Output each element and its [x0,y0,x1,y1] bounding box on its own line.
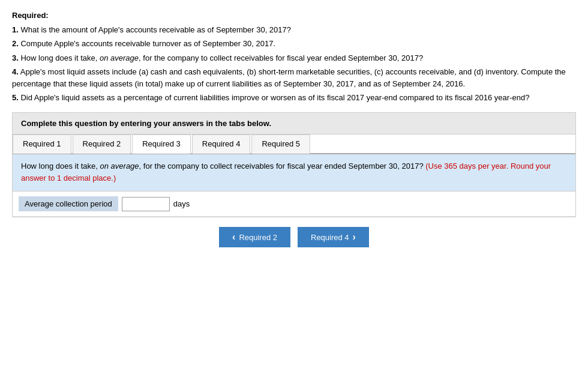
question-text: How long does it take, on average, for t… [13,154,575,192]
chevron-left-icon [232,232,235,243]
unit-label: days [173,199,190,208]
tab-required-5[interactable]: Required 5 [251,134,310,154]
answer-row: Average collection period days [13,192,575,217]
instruction-4-text: Apple's most liquid assets include (a) c… [12,67,566,88]
instruction-3: 3. How long does it take, on average, fo… [12,52,576,64]
instruction-5-num: 5. [12,93,19,102]
instruction-5-text: Did Apple's liquid assets as a percentag… [20,93,529,102]
next-button[interactable]: Required 4 [298,227,369,247]
instruction-1-text: What is the amount of Apple's accounts r… [20,25,291,34]
tab-required-2[interactable]: Required 2 [73,134,131,154]
instruction-2: 2. Compute Apple's accounts receivable t… [12,38,576,50]
instruction-1-num: 1. [12,25,19,34]
complete-box: Complete this question by entering your … [12,112,576,134]
instruction-3-italic: on average [100,53,139,62]
instruction-4-num: 4. [12,67,19,76]
required-heading: Required: [12,10,576,22]
instructions-section: Required: 1. What is the amount of Apple… [12,10,576,104]
instruction-3-text-before: How long does it take, [20,53,100,62]
instruction-2-num: 2. [12,39,19,48]
next-button-label: Required 4 [311,233,349,242]
answer-label: Average collection period [19,196,118,211]
tabs-container: Required 1 Required 2 Required 3 Require… [12,134,576,218]
question-text-after: , for the company to collect receivables… [139,161,426,170]
tab-required-1[interactable]: Required 1 [13,134,71,154]
tab-required-3[interactable]: Required 3 [132,134,191,154]
instruction-1: 1. What is the amount of Apple's account… [12,24,576,36]
tab-required-4[interactable]: Required 4 [192,134,251,154]
instruction-2-text: Compute Apple's accounts receivable turn… [20,39,275,48]
instruction-3-text-after: , for the company to collect receivables… [139,53,423,62]
question-text-before: How long does it take, [21,161,100,170]
instruction-3-num: 3. [12,53,19,62]
tabs-row: Required 1 Required 2 Required 3 Require… [13,134,575,154]
prev-button[interactable]: Required 2 [219,227,290,247]
complete-box-text: Complete this question by entering your … [21,119,271,128]
answer-input[interactable] [122,197,170,211]
nav-buttons: Required 2 Required 4 [12,217,576,253]
question-italic: on average [100,161,139,170]
instruction-4: 4. Apple's most liquid assets include (a… [12,66,576,89]
instruction-5: 5. Did Apple's liquid assets as a percen… [12,92,576,104]
prev-button-label: Required 2 [239,233,277,242]
chevron-right-icon [353,232,356,243]
tab-content: How long does it take, on average, for t… [13,154,575,217]
